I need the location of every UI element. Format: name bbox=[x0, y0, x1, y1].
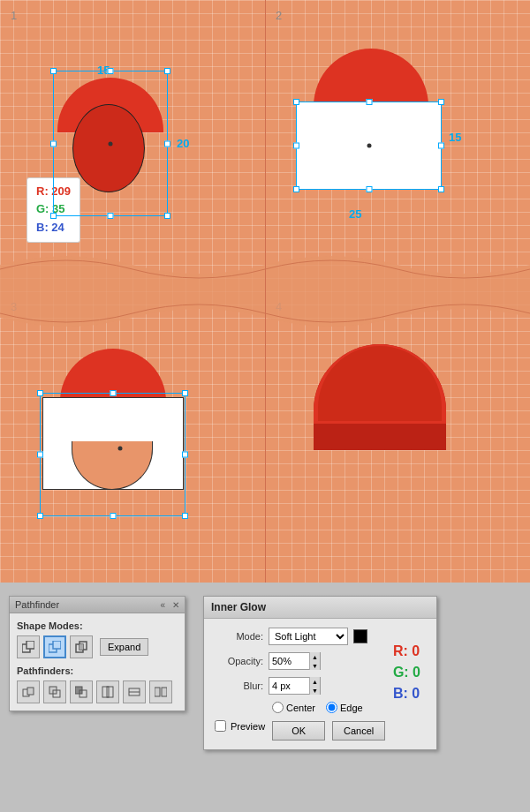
pf-btn-3[interactable] bbox=[70, 680, 93, 703]
top-wave-q3 bbox=[0, 291, 265, 335]
pf-btn-4[interactable] bbox=[96, 680, 119, 703]
handle-ml-q3[interactable] bbox=[37, 452, 43, 458]
svg-rect-3 bbox=[53, 641, 61, 649]
pathfinder-titlebar: Pathfinder « ✕ bbox=[10, 597, 185, 613]
svg-rect-8 bbox=[27, 688, 34, 695]
opacity-arrows[interactable]: ▲ ▼ bbox=[309, 652, 320, 670]
blur-spinbox[interactable]: ▲ ▼ bbox=[269, 677, 321, 695]
shape-modes-row: Expand bbox=[17, 635, 178, 658]
handle-bl-q1[interactable] bbox=[50, 213, 57, 219]
handle-tl-q2[interactable] bbox=[293, 99, 299, 105]
handle-ml-q2[interactable] bbox=[293, 143, 299, 149]
handle-br-q1[interactable] bbox=[164, 213, 170, 219]
handle-br-q3[interactable] bbox=[182, 513, 188, 519]
titlebar-controls: « ✕ bbox=[160, 600, 179, 610]
collapse-icon[interactable]: « bbox=[160, 600, 165, 610]
opacity-down[interactable]: ▼ bbox=[310, 661, 320, 670]
pf-btn-2[interactable] bbox=[43, 680, 66, 703]
inner-glow-title: Inner Glow bbox=[204, 597, 436, 619]
handle-bc-q1[interactable] bbox=[108, 213, 114, 219]
quadrant-number-1: 1 bbox=[11, 9, 17, 22]
quadrant-2: 2 25 15 bbox=[265, 0, 530, 291]
blur-input[interactable] bbox=[269, 678, 309, 694]
handle-tl-q1[interactable] bbox=[50, 68, 57, 74]
handle-mr-q2[interactable] bbox=[438, 143, 444, 149]
rgb-g-value: G: 0 bbox=[393, 662, 420, 683]
vertical-divider bbox=[265, 0, 266, 583]
dim-right-q1: 20 bbox=[177, 137, 189, 150]
close-icon[interactable]: ✕ bbox=[172, 600, 179, 610]
handle-bc-q2[interactable] bbox=[366, 186, 372, 192]
pf-btn-1[interactable] bbox=[17, 680, 40, 703]
red-semicircle-q2 bbox=[314, 49, 428, 106]
handle-tr-q1[interactable] bbox=[164, 68, 170, 74]
opacity-input[interactable] bbox=[269, 653, 309, 669]
center-radio[interactable] bbox=[272, 702, 284, 713]
pf-btn-6[interactable] bbox=[149, 680, 172, 703]
opacity-up[interactable]: ▲ bbox=[310, 652, 320, 661]
handle-tr-q3[interactable] bbox=[182, 390, 188, 396]
bottom-panels: Pathfinder « ✕ Shape Modes: bbox=[0, 583, 530, 812]
handle-ml-q1[interactable] bbox=[50, 140, 57, 147]
center-dot-q1 bbox=[109, 141, 113, 146]
handle-bl-q3[interactable] bbox=[37, 513, 43, 519]
canvas-area: 1 15 20 R: 209 G: 35 B: 24 bbox=[0, 0, 530, 583]
edge-radio-label[interactable]: Edge bbox=[326, 702, 363, 713]
ok-button[interactable]: OK bbox=[272, 721, 325, 741]
add-shapes-btn[interactable] bbox=[17, 635, 40, 658]
mode-label: Mode: bbox=[215, 631, 263, 642]
edge-radio[interactable] bbox=[326, 702, 337, 713]
pathfinder-panel: Pathfinder « ✕ Shape Modes: bbox=[9, 596, 186, 711]
top-wave-q4 bbox=[265, 291, 530, 335]
blur-down[interactable]: ▼ bbox=[310, 686, 320, 695]
center-radio-label[interactable]: Center bbox=[272, 702, 315, 713]
rgb-r-value: R: 0 bbox=[393, 641, 420, 662]
blur-arrows[interactable]: ▲ ▼ bbox=[309, 677, 320, 695]
cancel-button[interactable]: Cancel bbox=[332, 721, 385, 741]
pathfinders-label: Pathfinders: bbox=[17, 665, 178, 676]
blur-up[interactable]: ▲ bbox=[310, 677, 320, 686]
handle-mr-q3[interactable] bbox=[182, 452, 188, 458]
svg-rect-14 bbox=[107, 687, 113, 697]
bottom-wave-q1 bbox=[0, 247, 265, 291]
quadrant-3: 3 bbox=[0, 291, 265, 583]
svg-rect-18 bbox=[162, 688, 167, 696]
selection-box-q3 bbox=[40, 393, 186, 516]
pf-btn-5[interactable] bbox=[123, 680, 146, 703]
color-swatch[interactable] bbox=[353, 629, 367, 643]
handle-tc-q3[interactable] bbox=[110, 390, 116, 396]
rgb-display: R: 0 G: 0 B: 0 bbox=[393, 641, 420, 704]
pathfinders-row bbox=[17, 680, 178, 703]
rgb-b-value: B: 0 bbox=[393, 683, 420, 704]
selection-box-q2 bbox=[296, 102, 442, 190]
svg-rect-17 bbox=[155, 688, 160, 696]
blur-label: Blur: bbox=[215, 680, 263, 691]
handle-tl-q3[interactable] bbox=[37, 390, 43, 396]
handle-br-q2[interactable] bbox=[438, 186, 444, 192]
handle-mr-q1[interactable] bbox=[164, 140, 170, 147]
quadrant-1: 1 15 20 R: 209 G: 35 B: 24 bbox=[0, 0, 265, 291]
selection-box-q1 bbox=[53, 71, 168, 216]
inner-glow-panel: Inner Glow Mode: Soft Light Normal Multi… bbox=[203, 596, 437, 750]
red-shape-inner-q4 bbox=[318, 346, 442, 421]
opacity-spinbox[interactable]: ▲ ▼ bbox=[269, 652, 321, 670]
quadrant-number-2: 2 bbox=[276, 9, 282, 22]
expand-button[interactable]: Expand bbox=[100, 638, 148, 656]
pathfinder-body: Shape Modes: bbox=[10, 613, 185, 710]
preview-row: Preview bbox=[215, 720, 265, 732]
subtract-shapes-btn[interactable] bbox=[43, 635, 66, 658]
mode-select[interactable]: Soft Light Normal Multiply Screen bbox=[269, 628, 348, 645]
handle-tc-q2[interactable] bbox=[366, 99, 372, 105]
quadrant-4: 4 bbox=[265, 291, 530, 583]
handle-tr-q2[interactable] bbox=[438, 99, 444, 105]
intersect-shapes-btn[interactable] bbox=[70, 635, 93, 658]
preview-checkbox[interactable] bbox=[215, 720, 226, 732]
dim-right-q2: 15 bbox=[449, 131, 461, 144]
handle-tc-q1[interactable] bbox=[108, 68, 114, 74]
opacity-label: Opacity: bbox=[215, 656, 263, 666]
handle-bl-q2[interactable] bbox=[293, 186, 299, 192]
handle-bc-q3[interactable] bbox=[110, 513, 116, 519]
svg-rect-13 bbox=[102, 687, 109, 697]
svg-rect-1 bbox=[26, 641, 34, 649]
shape-modes-label: Shape Modes: bbox=[17, 620, 178, 631]
